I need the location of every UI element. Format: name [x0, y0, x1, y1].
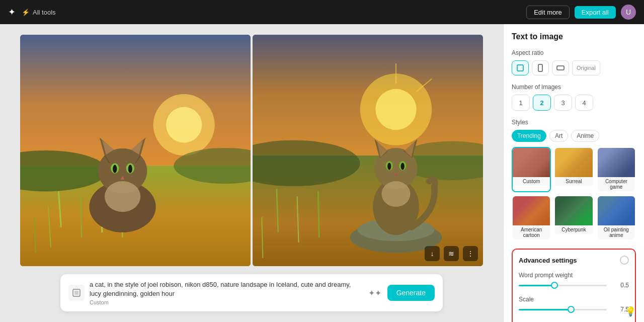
svg-line-31: [417, 78, 432, 91]
style-card-custom[interactable]: Custom: [512, 147, 551, 192]
aspect-ratio-buttons: Original: [512, 60, 636, 75]
svg-point-33: [396, 141, 483, 180]
style-card-oil-painting[interactable]: Oil painting anime: [597, 195, 636, 240]
all-tools-label: All tools: [33, 9, 56, 16]
filter-button[interactable]: ≋: [444, 246, 459, 261]
image-panel-right: ↓ ≋ ⋮: [253, 35, 483, 266]
logo-icon[interactable]: ✦: [8, 7, 16, 18]
svg-marker-42: [374, 139, 388, 158]
num-3-button[interactable]: 3: [554, 95, 572, 111]
style-card-surreal-label: Surreal: [555, 177, 592, 186]
svg-marker-14: [100, 137, 115, 155]
images-container: ↓ ≋ ⋮: [20, 35, 483, 266]
svg-line-36: [318, 191, 319, 237]
svg-line-11: [34, 217, 35, 253]
aspect-portrait-button[interactable]: [532, 60, 549, 75]
advanced-settings-panel: Advanced settings Word prompt weight 0.5…: [512, 249, 636, 322]
styles-label: Styles: [512, 119, 636, 126]
style-card-cyberpunk-label: Cyberpunk: [555, 225, 592, 234]
style-grid: Custom Surreal Computer game American ca…: [512, 147, 636, 240]
svg-marker-22: [120, 176, 124, 180]
svg-point-5: [174, 148, 251, 184]
avatar[interactable]: U: [621, 5, 636, 20]
style-card-cyberpunk[interactable]: Cyberpunk: [554, 195, 593, 240]
style-card-cyberpunk-img: [555, 196, 592, 225]
svg-point-51: [381, 181, 410, 207]
main-content: ↓ ≋ ⋮ a cat, in the style of joel robiso…: [0, 24, 644, 322]
generate-button[interactable]: Generate: [387, 285, 435, 301]
word-prompt-weight-slider[interactable]: [519, 285, 607, 286]
image-left: [20, 35, 251, 266]
svg-point-39: [358, 218, 435, 241]
image-toolbar: ↓ ≋ ⋮: [425, 246, 478, 261]
word-prompt-weight-value: 0.5: [611, 282, 629, 289]
svg-line-25: [135, 155, 140, 163]
scale-row: 7.5: [519, 306, 629, 313]
svg-point-47: [399, 161, 406, 170]
style-card-oil-img: [598, 196, 635, 225]
svg-point-20: [113, 165, 117, 173]
advanced-settings-title: Advanced settings: [519, 257, 577, 264]
all-tools-button[interactable]: ⚡ All tools: [22, 9, 56, 16]
svg-point-23: [105, 181, 140, 212]
style-tab-art[interactable]: Art: [549, 130, 568, 142]
svg-point-49: [401, 163, 405, 170]
style-tabs: Trending Art Anime: [512, 130, 636, 142]
style-tab-trending[interactable]: Trending: [512, 130, 546, 142]
prompt-text: a cat, in the style of joel robison, nik…: [90, 280, 361, 298]
num-2-button[interactable]: 2: [533, 95, 551, 111]
aspect-square-button[interactable]: [512, 60, 529, 75]
svg-marker-44: [377, 141, 387, 157]
svg-line-8: [101, 194, 102, 232]
topbar: ✦ ⚡ All tools Edit more Export all U: [0, 0, 644, 24]
edit-more-button[interactable]: Edit more: [526, 6, 570, 19]
advanced-settings-toggle[interactable]: [620, 256, 629, 265]
enhance-icon: ✦✦: [368, 289, 381, 297]
prompt-text-area[interactable]: a cat, in the style of joel robison, nik…: [90, 280, 361, 305]
svg-point-18: [111, 163, 119, 173]
num-4-button[interactable]: 4: [575, 95, 593, 111]
style-card-computer-label: Computer game: [598, 177, 635, 191]
aspect-landscape-button[interactable]: [552, 60, 569, 75]
enhance-button[interactable]: ✦✦: [366, 286, 383, 300]
style-card-surreal-img: [555, 148, 592, 177]
canvas-area: ↓ ≋ ⋮ a cat, in the style of joel robiso…: [0, 24, 503, 322]
svg-line-7: [80, 196, 82, 237]
style-card-custom-img: [513, 148, 550, 177]
style-card-american-img: [513, 196, 550, 225]
svg-line-24: [105, 155, 110, 163]
svg-point-19: [126, 163, 134, 173]
svg-marker-17: [131, 140, 143, 154]
svg-point-48: [387, 163, 391, 170]
number-images-label: Number of images: [512, 84, 636, 91]
style-card-computer-game[interactable]: Computer game: [597, 147, 636, 192]
style-card-custom-label: Custom: [513, 177, 550, 186]
scale-slider[interactable]: [519, 309, 607, 310]
svg-marker-43: [404, 139, 417, 158]
more-button[interactable]: ⋮: [463, 246, 478, 261]
svg-line-35: [297, 196, 299, 243]
svg-point-12: [89, 181, 155, 232]
svg-point-29: [375, 89, 416, 130]
svg-marker-45: [405, 141, 415, 157]
svg-marker-16: [102, 140, 114, 154]
download-button[interactable]: ↓: [425, 246, 440, 261]
advanced-settings-header: Advanced settings: [519, 256, 629, 265]
style-card-american-cartoon[interactable]: American cartoon: [512, 195, 551, 240]
prompt-icon[interactable]: [68, 285, 85, 301]
svg-line-34: [277, 189, 278, 232]
svg-line-37: [262, 217, 263, 258]
style-card-surreal[interactable]: Surreal: [554, 147, 593, 192]
prompt-actions: ✦✦ Generate: [366, 285, 435, 301]
svg-line-10: [121, 196, 123, 237]
svg-point-28: [360, 73, 432, 145]
style-card-american-label: American cartoon: [513, 225, 550, 239]
style-tab-anime[interactable]: Anime: [571, 130, 599, 142]
export-all-button[interactable]: Export all: [575, 6, 616, 19]
word-prompt-weight-section: Word prompt weight 0.5: [519, 272, 629, 289]
svg-rect-26: [253, 35, 483, 266]
svg-line-9: [48, 207, 51, 248]
num-1-button[interactable]: 1: [512, 95, 530, 111]
aspect-original-button[interactable]: Original: [572, 60, 600, 75]
svg-rect-55: [538, 64, 542, 71]
